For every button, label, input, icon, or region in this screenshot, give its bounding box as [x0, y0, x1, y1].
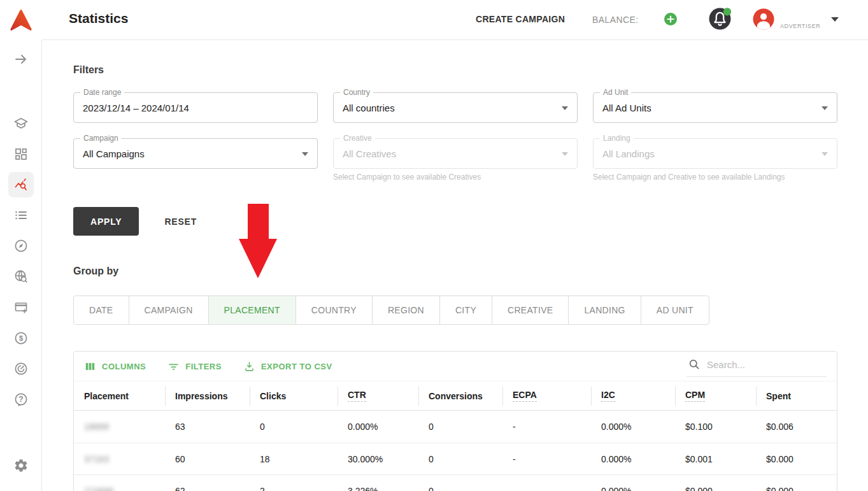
notifications-bell-icon	[708, 7, 732, 31]
page-title: Statistics	[69, 11, 128, 26]
cell-placement: 37163	[74, 443, 165, 474]
col-header-spent[interactable]: Spent	[756, 381, 837, 410]
cell-ctr: 30.000%	[338, 443, 418, 474]
tab-campaign[interactable]: CAMPAIGN	[129, 295, 209, 325]
tab-ad-unit[interactable]: AD UNIT	[641, 295, 709, 325]
date-range-field[interactable]: Date range 2023/12/14 – 2024/01/14	[73, 92, 318, 123]
statistics-icon	[8, 172, 34, 197]
filter-grid: Date range 2023/12/14 – 2024/01/14 Count…	[73, 92, 837, 181]
cell-spent: $0.000	[756, 475, 837, 491]
col-header-ecpa[interactable]: ECPA	[502, 381, 591, 410]
cell-cpm: $0.000	[675, 475, 756, 491]
sidebar-item-campaigns-list[interactable]	[0, 200, 42, 231]
country-select[interactable]: Country All countries	[333, 92, 578, 123]
svg-text:?: ?	[18, 395, 23, 404]
help-icon: ?	[8, 387, 34, 412]
creative-select: Creative All Creatives	[333, 138, 578, 169]
columns-icon	[84, 360, 96, 373]
date-range-value: 2023/12/14 – 2024/01/14	[83, 103, 189, 113]
cell-i2c: 0.000%	[591, 411, 675, 443]
landing-select: Landing All Landings	[593, 138, 837, 169]
sidebar-item-new-campaign[interactable]	[0, 292, 42, 323]
campaign-value: All Campaigns	[83, 148, 145, 159]
campaign-select[interactable]: Campaign All Campaigns	[73, 138, 318, 169]
tab-landing[interactable]: LANDING	[568, 295, 641, 325]
finance-icon: $	[8, 325, 34, 351]
cell-ecpa: -	[502, 411, 591, 443]
col-header-placement[interactable]: Placement	[74, 381, 165, 410]
col-header-ctr[interactable]: CTR	[338, 381, 418, 410]
columns-button[interactable]: COLUMNS	[84, 360, 146, 373]
landing-helper-text: Select Campaign and Creative to see avai…	[593, 173, 837, 181]
chevron-down-icon	[562, 106, 568, 110]
tab-country[interactable]: COUNTRY	[295, 295, 373, 325]
chevron-down-icon	[562, 152, 568, 156]
ad-unit-select[interactable]: Ad Unit All Ad Units	[593, 92, 837, 123]
chevron-down-icon	[822, 106, 828, 110]
tab-creative[interactable]: CREATIVE	[492, 295, 569, 325]
filter-icon	[167, 360, 180, 373]
notifications-button[interactable]	[708, 7, 732, 31]
country-value: All countries	[343, 103, 395, 113]
caret-down-icon[interactable]	[831, 17, 839, 22]
apply-button[interactable]: APPLY	[73, 207, 139, 236]
ad-unit-label: Ad Unit	[600, 88, 631, 97]
chevron-down-icon	[302, 152, 308, 156]
chevron-down-icon	[822, 152, 828, 156]
create-campaign-button[interactable]: CREATE CAMPAIGN	[476, 14, 565, 24]
col-header-i2c[interactable]: I2C	[591, 381, 675, 410]
sidebar-item-help[interactable]: ?	[0, 384, 42, 415]
sidebar-item-finance[interactable]: $	[0, 323, 42, 353]
conversions-target-icon	[8, 356, 34, 381]
sidebar-item-traffic-search[interactable]	[0, 261, 42, 292]
export-csv-button[interactable]: EXPORT TO CSV	[243, 360, 332, 373]
cell-cpm: $0.001	[675, 443, 756, 474]
sidebar-item-bottom-partial[interactable]	[0, 478, 42, 491]
new-campaign-icon	[8, 295, 34, 320]
sidebar-item-explore[interactable]	[0, 231, 42, 261]
explore-icon	[8, 233, 34, 259]
add-funds-plus-icon	[663, 11, 678, 27]
cell-i2c: 0.000%	[591, 475, 675, 491]
col-header-impressions[interactable]: Impressions	[165, 381, 250, 410]
add-funds-button[interactable]	[663, 11, 678, 27]
cell-spent: $0.006	[756, 411, 837, 443]
cell-placement: 274886	[74, 475, 165, 491]
cell-ctr: 0.000%	[338, 411, 418, 443]
tab-region[interactable]: REGION	[372, 295, 440, 325]
cell-impressions: 63	[165, 411, 250, 443]
sidebar-item-statistics[interactable]	[0, 169, 42, 200]
table-toolbar: COLUMNS FILTERS EXPORT TO CSV	[74, 352, 837, 381]
reset-button[interactable]: RESET	[164, 217, 197, 227]
sidebar-item-dashboard[interactable]	[0, 139, 42, 169]
sidebar-item-conversions[interactable]	[0, 353, 42, 384]
col-header-conversions[interactable]: Conversions	[418, 381, 502, 410]
filters-button[interactable]: FILTERS	[167, 360, 222, 373]
cell-impressions: 62	[165, 475, 250, 491]
search-input[interactable]	[707, 359, 815, 370]
cell-conversions: 0	[418, 411, 502, 443]
cell-placement: 18899	[74, 411, 165, 443]
col-header-clicks[interactable]: Clicks	[250, 381, 338, 410]
user-menu-button[interactable]	[752, 8, 775, 31]
sidebar-item-education[interactable]	[0, 108, 42, 139]
ad-unit-value: All Ad Units	[602, 103, 651, 113]
creative-label: Creative	[340, 134, 375, 143]
sidebar-item-expand[interactable]	[0, 44, 42, 75]
education-icon	[8, 111, 34, 136]
tab-placement[interactable]: PLACEMENT	[208, 295, 296, 325]
tab-city[interactable]: CITY	[439, 295, 492, 325]
sidebar-item-settings[interactable]	[0, 450, 42, 481]
bottom-partial-icon	[8, 481, 34, 491]
main-content: Filters Date range 2023/12/14 – 2024/01/…	[42, 40, 868, 491]
download-icon	[243, 360, 255, 373]
creative-helper-text: Select Campaign to see available Creativ…	[333, 173, 578, 181]
group-by-title: Group by	[73, 266, 837, 277]
cell-cpm: $0.100	[675, 411, 756, 443]
cell-impressions: 60	[165, 443, 250, 474]
table-row: 18899 63 0 0.000% 0 - 0.000% $0.100 $0.0…	[74, 411, 837, 443]
cell-conversions: 0	[418, 443, 502, 474]
tab-date[interactable]: DATE	[73, 295, 129, 325]
app-logo[interactable]	[0, 0, 42, 40]
col-header-cpm[interactable]: CPM	[675, 381, 756, 410]
